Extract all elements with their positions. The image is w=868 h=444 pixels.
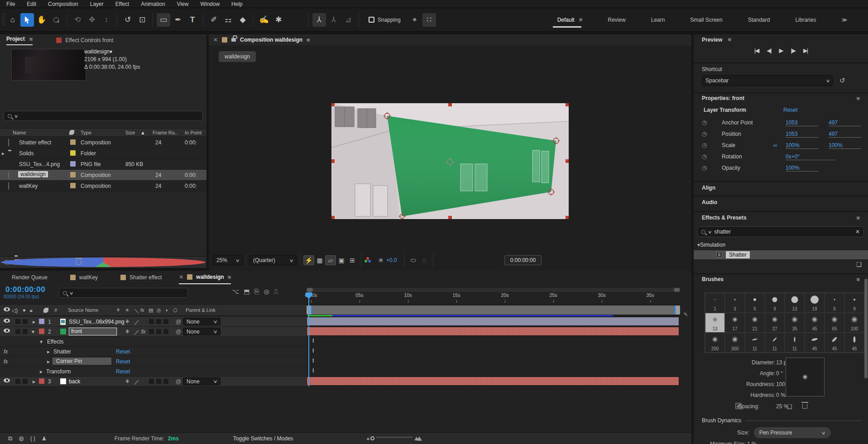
- snapping-checkbox[interactable]: [369, 17, 374, 23]
- region-of-interest-icon[interactable]: ▣: [336, 255, 347, 265]
- brush-preset[interactable]: 17: [725, 313, 745, 333]
- reset-shortcut-icon[interactable]: ↺: [839, 76, 845, 85]
- preview-panel-menu-icon[interactable]: ≡: [728, 36, 731, 43]
- quality-switch-icon[interactable]: ／: [134, 329, 139, 336]
- solid-color-swatch[interactable]: [60, 378, 66, 384]
- timeline-zoom-control[interactable]: [366, 436, 422, 440]
- lock-column-icon[interactable]: 🔒︎: [30, 307, 33, 313]
- brush-preset[interactable]: 11: [765, 333, 785, 353]
- project-search-input[interactable]: ∨: [4, 111, 203, 121]
- brush-preset[interactable]: 200: [705, 333, 725, 353]
- clone-stamp-tool-icon[interactable]: ⚏: [221, 13, 235, 27]
- comp-breadcrumb[interactable]: walldesign: [219, 51, 256, 62]
- transparency-grid-icon[interactable]: ▦: [314, 255, 325, 265]
- project-row-solids[interactable]: ▸ Solids Folder: [0, 148, 206, 159]
- snapshot-camera-icon[interactable]: ⬭: [408, 255, 419, 265]
- effects-group-row[interactable]: ▾ Effects: [0, 337, 307, 347]
- fast-previews-icon[interactable]: ⚡: [303, 255, 314, 265]
- composition-panel-menu-icon[interactable]: ≡: [307, 37, 310, 43]
- position-x-value[interactable]: 1053: [786, 131, 818, 138]
- brush-preset[interactable]: 9: [844, 293, 864, 313]
- brush-preset[interactable]: 27: [765, 313, 785, 333]
- menu-layer[interactable]: Layer: [90, 1, 104, 7]
- project-row-walldesign[interactable]: walldesign Composition 24 0:00:: [0, 170, 206, 181]
- menu-animation[interactable]: Animation: [141, 1, 165, 7]
- corner-pin-effect-row[interactable]: fx ▸ Corner Pin Reset: [0, 357, 307, 367]
- footage-name[interactable]: walldesign: [84, 48, 110, 55]
- stopwatch-icon[interactable]: ◷: [702, 119, 707, 126]
- eye-icon[interactable]: [4, 329, 10, 333]
- layer-name[interactable]: SSU_Tex...06x994.png: [69, 319, 125, 325]
- tab-render-queue[interactable]: Render Queue: [12, 274, 48, 281]
- composition-mini-flowchart-icon[interactable]: ⌥: [232, 288, 239, 296]
- home-icon[interactable]: ⌂: [6, 13, 19, 27]
- layer-label-swatch[interactable]: [39, 319, 44, 324]
- graph-editor-icon[interactable]: ⎍: [274, 288, 278, 296]
- zoom-out-mountain-icon[interactable]: [366, 437, 369, 440]
- audio-column-icon[interactable]: ◁): [12, 307, 18, 314]
- menu-edit[interactable]: Edit: [27, 1, 36, 7]
- frame-blending-icon[interactable]: ⎘: [254, 288, 259, 296]
- view-axis-mode-icon[interactable]: ⊿: [341, 13, 355, 27]
- sort-ascending-icon[interactable]: ▲: [140, 130, 145, 135]
- col-name[interactable]: Name: [13, 130, 26, 135]
- stopwatch-icon[interactable]: ◷: [702, 142, 707, 148]
- quality-switch-icon[interactable]: ／: [134, 378, 139, 386]
- play-button[interactable]: ▶: [779, 47, 783, 54]
- workspace-learn[interactable]: Learn: [638, 17, 678, 23]
- simulation-group[interactable]: ▾Simulation: [694, 242, 868, 248]
- layer-label-swatch[interactable]: [39, 329, 44, 334]
- expand-arrow-icon[interactable]: ▸: [40, 368, 43, 375]
- brush-preset[interactable]: 3: [725, 293, 745, 313]
- workspace-libraries[interactable]: Libraries: [782, 17, 829, 23]
- adjustment-column-icon[interactable]: ◑: [165, 307, 168, 313]
- zoom-tool-icon[interactable]: [49, 13, 63, 27]
- layer-bar-3[interactable]: [307, 377, 679, 386]
- menu-view[interactable]: View: [177, 1, 189, 7]
- menu-composition[interactable]: Composition: [48, 1, 78, 7]
- brush-preset[interactable]: 9: [765, 293, 785, 313]
- video-column-eye-icon[interactable]: [4, 307, 10, 311]
- delete-brush-icon[interactable]: [802, 404, 807, 409]
- right-dock-scrollbar[interactable]: [864, 279, 868, 378]
- pan-camera-tool-icon[interactable]: ✥: [85, 13, 99, 27]
- align-panel-header[interactable]: Align: [694, 185, 868, 191]
- effects-presets-menu-icon[interactable]: ≡: [856, 215, 860, 221]
- brush-preset[interactable]: 300: [725, 333, 745, 353]
- current-time-display[interactable]: 0:00:00:00: [5, 285, 45, 294]
- angle-value[interactable]: 0 °: [776, 370, 783, 377]
- project-row-shatter-effect[interactable]: Shatter effect Composition 24 0:00:: [0, 137, 206, 148]
- parent-link-column[interactable]: Parent & Link: [186, 307, 216, 313]
- brush-preset[interactable]: 5: [825, 293, 844, 313]
- new-panel-icon[interactable]: ❏: [856, 261, 862, 268]
- layer-bar-1[interactable]: [307, 317, 679, 326]
- col-frame-rate[interactable]: Frame Ra..: [153, 130, 177, 135]
- orbit-camera-tool-icon[interactable]: ⟲: [71, 13, 84, 27]
- new-brush-icon[interactable]: ❏: [786, 403, 792, 410]
- menu-help[interactable]: Help: [231, 1, 243, 7]
- workspace-menu-icon[interactable]: ≡: [579, 16, 583, 23]
- transform-reset-link[interactable]: Reset: [783, 107, 797, 113]
- workspace-default[interactable]: Default ≡: [545, 16, 595, 23]
- eraser-tool-icon[interactable]: ◆: [236, 13, 249, 27]
- collapse-arrow-icon[interactable]: ▾: [40, 339, 43, 345]
- clear-search-icon[interactable]: ✕: [855, 229, 860, 235]
- effects-search-input[interactable]: ∨ shatter ✕: [697, 226, 864, 237]
- solid-color-swatch[interactable]: [60, 329, 66, 334]
- rotation-tool-icon[interactable]: ↺: [121, 13, 134, 27]
- expand-arrow-icon[interactable]: ▸: [47, 349, 50, 355]
- brush-preset[interactable]: 35: [785, 313, 805, 333]
- hardness-value[interactable]: 0 %: [776, 392, 786, 398]
- selection-tool-icon[interactable]: [20, 13, 34, 27]
- camera-tool-icon[interactable]: ⊡: [135, 13, 149, 27]
- layer-name-edit-field[interactable]: front: [69, 328, 117, 335]
- tab-shatter-effect[interactable]: Shatter effect: [129, 274, 162, 281]
- tag-icon[interactable]: [69, 130, 74, 135]
- stopwatch-icon[interactable]: ◷: [702, 130, 707, 137]
- brush-preset[interactable]: 45: [805, 333, 825, 353]
- footage-name-caret-icon[interactable]: ▾: [110, 48, 112, 55]
- brush-preset[interactable]: 45: [844, 333, 864, 353]
- close-icon[interactable]: ✕: [213, 37, 218, 43]
- collapse-column-icon[interactable]: ✳: [125, 307, 129, 313]
- playhead[interactable]: [308, 292, 309, 387]
